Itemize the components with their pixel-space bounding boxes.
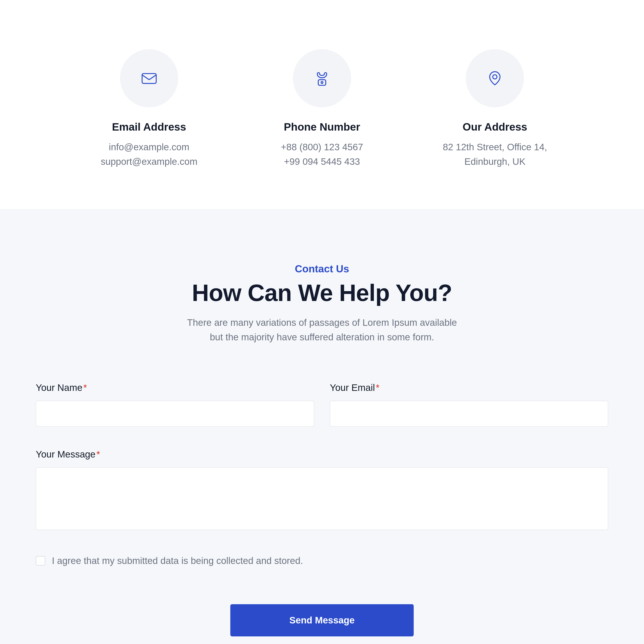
message-textarea[interactable] bbox=[36, 467, 608, 530]
phone-line-1: +88 (800) 123 4567 bbox=[240, 140, 404, 154]
form-lead-line-1: There are many variations of passages of… bbox=[98, 315, 546, 330]
address-card-title: Our Address bbox=[413, 121, 577, 133]
email-line-1: info@example.com bbox=[67, 140, 231, 154]
consent-checkbox[interactable] bbox=[36, 556, 45, 566]
phone-card: Phone Number +88 (800) 123 4567 +99 094 … bbox=[240, 49, 404, 169]
form-lead-line-2: but the majority have suffered alteratio… bbox=[98, 330, 546, 344]
location-icon bbox=[466, 49, 524, 107]
email-line-2: support@example.com bbox=[67, 154, 231, 169]
phone-line-2: +99 094 5445 433 bbox=[240, 154, 404, 169]
address-line-1: 82 12th Street, Office 14, bbox=[413, 140, 577, 154]
name-label: Your Name* bbox=[36, 382, 314, 393]
svg-rect-0 bbox=[142, 74, 156, 83]
message-label: Your Message* bbox=[36, 449, 608, 460]
form-eyebrow: Contact Us bbox=[98, 263, 546, 275]
svg-point-2 bbox=[321, 82, 323, 83]
send-message-button[interactable]: Send Message bbox=[230, 604, 414, 636]
email-card-title: Email Address bbox=[67, 121, 231, 133]
email-icon bbox=[120, 49, 178, 107]
address-card: Our Address 82 12th Street, Office 14, E… bbox=[413, 49, 577, 169]
svg-point-3 bbox=[493, 75, 497, 79]
contact-form: Contact Us How Can We Help You? There ar… bbox=[0, 209, 644, 644]
email-field[interactable] bbox=[330, 401, 608, 427]
email-card-lines: info@example.com support@example.com bbox=[67, 140, 231, 169]
email-card: Email Address info@example.com support@e… bbox=[67, 49, 231, 169]
form-lead: There are many variations of passages of… bbox=[98, 315, 546, 344]
phone-card-lines: +88 (800) 123 4567 +99 094 5445 433 bbox=[240, 140, 404, 169]
email-label: Your Email* bbox=[330, 382, 608, 393]
consent-label: I agree that my submitted data is being … bbox=[52, 555, 303, 566]
svg-rect-1 bbox=[318, 80, 326, 85]
address-line-2: Edinburgh, UK bbox=[413, 154, 577, 169]
name-input[interactable] bbox=[36, 401, 314, 427]
phone-card-title: Phone Number bbox=[240, 121, 404, 133]
page-title: How Can We Help You? bbox=[98, 279, 546, 306]
contact-cards: Email Address info@example.com support@e… bbox=[31, 0, 613, 209]
phone-icon bbox=[293, 49, 351, 107]
address-card-lines: 82 12th Street, Office 14, Edinburgh, UK bbox=[413, 140, 577, 169]
